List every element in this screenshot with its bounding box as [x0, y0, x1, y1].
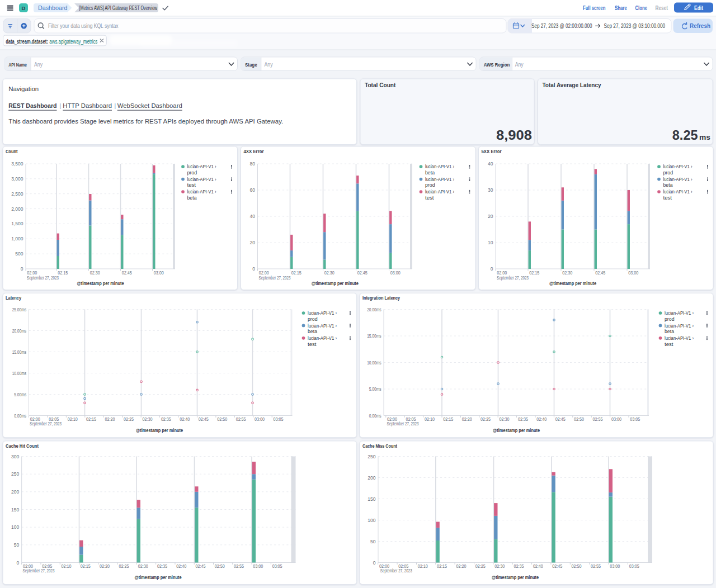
svg-text:02:50: 02:50: [572, 563, 582, 569]
svg-text:0: 0: [491, 266, 493, 272]
svg-text:September 27, 2023: September 27, 2023: [27, 275, 59, 281]
svg-text:test: test: [665, 342, 673, 347]
svg-text:0: 0: [16, 560, 19, 566]
svg-text:20.00ms: 20.00ms: [367, 307, 381, 312]
svg-text:03:00: 03:00: [611, 416, 621, 422]
svg-text:AWS Region: AWS Region: [484, 62, 510, 68]
svg-text:03:00: 03:00: [255, 416, 265, 422]
svg-text:0: 0: [373, 560, 376, 566]
svg-text:3,500: 3,500: [11, 161, 23, 167]
svg-text:prod: prod: [308, 316, 318, 322]
svg-text:test: test: [663, 195, 672, 201]
svg-text:@timestamp per minute: @timestamp per minute: [549, 280, 596, 286]
svg-text:2,500: 2,500: [11, 191, 23, 197]
svg-text:02:45: 02:45: [122, 270, 132, 276]
svg-text:20: 20: [250, 240, 256, 245]
svg-text:02:35: 02:35: [518, 416, 528, 422]
svg-text:20.00ms: 20.00ms: [12, 328, 26, 334]
svg-text:02:15: 02:15: [443, 416, 453, 422]
svg-text:beta: beta: [308, 329, 317, 334]
svg-text:02:45: 02:45: [357, 270, 368, 276]
svg-text:02:20: 02:20: [462, 416, 472, 422]
svg-text:lucian-API-V1 ›: lucian-API-V1 ›: [663, 189, 693, 195]
svg-text:02:10: 02:10: [68, 416, 78, 422]
svg-text:200: 200: [11, 489, 19, 495]
svg-text:lucian-API-V1 ›: lucian-API-V1 ›: [425, 177, 454, 182]
svg-text:test: test: [425, 195, 434, 201]
svg-text:@timestamp per minute: @timestamp per minute: [136, 427, 183, 433]
svg-text:@timestamp per minute: @timestamp per minute: [77, 280, 124, 286]
svg-text:02:30: 02:30: [562, 270, 572, 276]
svg-text:20: 20: [488, 214, 493, 219]
svg-text:03:00: 03:00: [253, 563, 263, 569]
svg-text:Any: Any: [34, 61, 43, 68]
svg-text:Count: Count: [6, 149, 18, 154]
svg-text:beta: beta: [425, 170, 435, 176]
svg-text:02:45: 02:45: [199, 416, 209, 422]
svg-text:Navigation: Navigation: [8, 86, 39, 92]
svg-text:September 27, 2023: September 27, 2023: [259, 275, 291, 281]
svg-text:1,000: 1,000: [11, 236, 23, 241]
svg-text:02:45: 02:45: [595, 270, 605, 276]
svg-text:September 27, 2023: September 27, 2023: [30, 421, 62, 426]
svg-text:Any: Any: [265, 61, 273, 68]
svg-text:150: 150: [368, 496, 375, 502]
svg-text:test: test: [308, 342, 317, 347]
svg-text:Clone: Clone: [635, 4, 648, 11]
svg-text:02:15: 02:15: [58, 270, 68, 276]
svg-text:aws.apigateway_metrics: aws.apigateway_metrics: [49, 39, 97, 45]
svg-text:100: 100: [11, 524, 19, 530]
svg-text:prod: prod: [663, 170, 673, 176]
svg-text:0: 0: [252, 266, 255, 272]
svg-text:Dashboard: Dashboard: [38, 4, 68, 11]
svg-text:02:40: 02:40: [536, 416, 547, 422]
svg-text:@timestamp per minute: @timestamp per minute: [312, 280, 359, 286]
svg-text:September 27, 2023: September 27, 2023: [23, 568, 55, 573]
svg-text:Total Average Latency: Total Average Latency: [543, 82, 602, 88]
svg-text:02:35: 02:35: [161, 416, 171, 422]
svg-text:lucian-API-V1 ›: lucian-API-V1 ›: [187, 189, 216, 195]
svg-text:50: 50: [370, 539, 376, 544]
svg-text:02:50: 02:50: [574, 416, 584, 422]
svg-text:Integration Latency: Integration Latency: [362, 295, 400, 301]
svg-text:03:00: 03:00: [154, 270, 164, 276]
svg-text:ms: ms: [699, 133, 710, 141]
svg-text:150: 150: [11, 507, 19, 513]
svg-text:data_stream.dataset:: data_stream.dataset:: [6, 39, 48, 45]
svg-text:02:20: 02:20: [100, 563, 110, 569]
svg-text:15.00ms: 15.00ms: [12, 349, 26, 355]
svg-text:Cache Miss Count: Cache Miss Count: [362, 443, 397, 449]
svg-text:02:40: 02:40: [180, 416, 190, 422]
svg-text:lucian-API-V1 ›: lucian-API-V1 ›: [425, 189, 454, 195]
svg-text:0.00ms: 0.00ms: [14, 413, 26, 419]
svg-text:prod: prod: [187, 170, 197, 176]
svg-text:lucian-API-V1 ›: lucian-API-V1 ›: [663, 177, 693, 182]
svg-text:02:40: 02:40: [176, 563, 186, 569]
svg-text:02:50: 02:50: [215, 563, 225, 569]
svg-text:5.00ms: 5.00ms: [369, 386, 381, 392]
svg-text:02:35: 02:35: [157, 563, 167, 569]
svg-text:10.00ms: 10.00ms: [12, 371, 26, 376]
svg-text:02:15: 02:15: [291, 270, 302, 276]
svg-text:02:50: 02:50: [217, 416, 227, 422]
svg-text:02:10: 02:10: [418, 563, 428, 569]
svg-text:02:30: 02:30: [500, 416, 510, 422]
svg-text:Latency: Latency: [6, 295, 21, 301]
svg-text:02:45: 02:45: [552, 563, 562, 569]
svg-text:lucian-API-V1 ›: lucian-API-V1 ›: [187, 164, 216, 169]
svg-text:02:55: 02:55: [593, 416, 603, 422]
svg-text:Sep 27, 2023 @ 03:10:00.000: Sep 27, 2023 @ 03:10:00.000: [604, 22, 666, 29]
svg-text:beta: beta: [665, 329, 674, 334]
svg-text:4XX Error: 4XX Error: [244, 149, 265, 154]
svg-text:@timestamp per minute: @timestamp per minute: [492, 574, 539, 580]
svg-text:@timestamp per minute: @timestamp per minute: [135, 574, 182, 580]
svg-text:80: 80: [250, 161, 256, 167]
svg-text:250: 250: [11, 471, 19, 477]
svg-text:02:20: 02:20: [456, 563, 466, 569]
svg-text:02:10: 02:10: [425, 416, 435, 422]
svg-text:02:30: 02:30: [324, 270, 335, 276]
svg-text:5XX Error: 5XX Error: [482, 149, 502, 154]
svg-text:HTTP Dashboard: HTTP Dashboard: [63, 102, 112, 109]
svg-text:beta: beta: [187, 195, 197, 201]
svg-text:03:00: 03:00: [628, 270, 638, 276]
